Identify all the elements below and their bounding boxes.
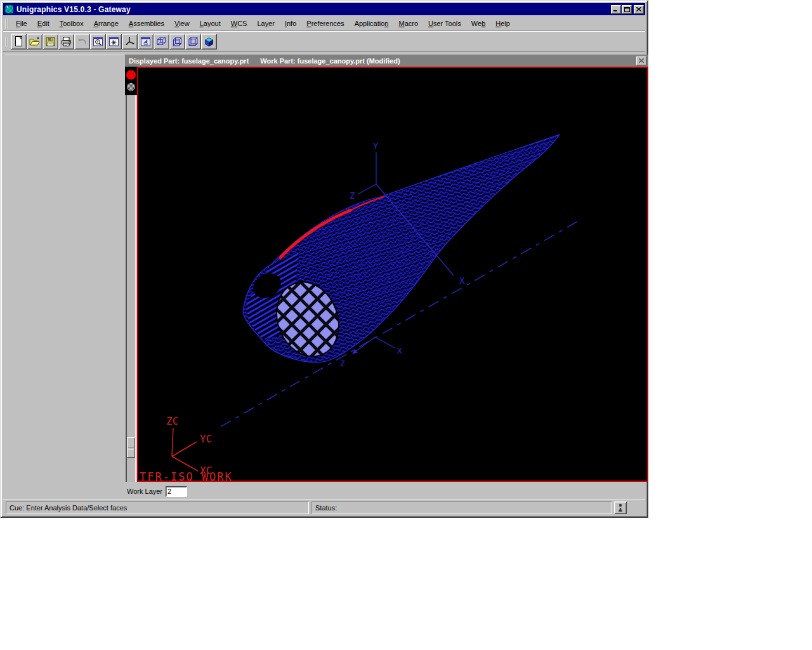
- view-caption: TFR-ISO WORK: [140, 470, 233, 481]
- cue-text: Cue: Enter Analysis Data/Select faces: [10, 504, 127, 512]
- new-part-button[interactable]: [11, 34, 27, 50]
- graphics-viewport[interactable]: Y Z X X Z ZC: [137, 67, 648, 482]
- status-info-button[interactable]: [614, 501, 627, 514]
- menu-item-file[interactable]: File: [11, 18, 32, 29]
- stop-light-icon[interactable]: [126, 70, 136, 80]
- undo-arrow-icon: [76, 36, 88, 48]
- maximize-button[interactable]: [622, 5, 632, 14]
- window-title: Unigraphics V15.0.3 - Gateway: [16, 5, 610, 14]
- status-bar: Cue: Enter Analysis Data/Select faces St…: [3, 500, 645, 515]
- open-folder-icon: [29, 36, 41, 48]
- window-titlebar[interactable]: Unigraphics V15.0.3 - Gateway: [3, 3, 645, 15]
- menu-item-arrange[interactable]: Arrange: [89, 18, 124, 29]
- axis-y-label: Y: [373, 141, 379, 151]
- menu-item-layout[interactable]: Layout: [195, 18, 226, 29]
- zoom-view-button[interactable]: [90, 34, 106, 50]
- save-part-button[interactable]: [43, 34, 58, 50]
- save-floppy-icon: [44, 36, 56, 48]
- status-panel: Status:: [311, 501, 612, 514]
- graphics-titlebar[interactable]: Displayed Part: fuselage_canopy.prt Work…: [125, 55, 648, 67]
- menubar-grip-icon[interactable]: [5, 18, 8, 29]
- wire-cube2-icon: [187, 36, 199, 48]
- open-part-button[interactable]: [27, 34, 43, 50]
- dither-light-icon[interactable]: [127, 83, 135, 91]
- minimize-button[interactable]: [611, 5, 621, 14]
- wcs-triad: [172, 428, 198, 471]
- new-document-icon: [13, 36, 25, 48]
- view-scrollbar[interactable]: [126, 95, 136, 482]
- menu-item-wcs[interactable]: WCS: [226, 18, 252, 29]
- fit-view-button[interactable]: [106, 34, 122, 50]
- stop-lightbox[interactable]: [125, 67, 137, 95]
- printer-icon: [60, 36, 72, 48]
- left-panel: [5, 55, 124, 499]
- double-cube-icon: [155, 36, 167, 48]
- menu-item-macro[interactable]: Macro: [393, 18, 423, 29]
- menu-item-application[interactable]: Application: [350, 18, 394, 29]
- work-part-label: Work Part: fuselage_canopy.prt (Modified…: [260, 57, 400, 65]
- cube-view-front-button[interactable]: [169, 34, 185, 50]
- menu-item-assemblies[interactable]: Assemblies: [124, 18, 169, 29]
- interrupt-strip: [125, 67, 137, 482]
- hand-window-icon: ☝: [140, 36, 152, 48]
- displayed-part-label: Displayed Part: fuselage_canopy.prt: [129, 57, 249, 65]
- scene-svg: Y Z X X Z ZC: [138, 68, 647, 481]
- fit-window-icon: [108, 36, 120, 48]
- toolbar: ☝: [3, 31, 645, 52]
- cue-panel: Cue: Enter Analysis Data/Select faces: [6, 501, 309, 514]
- zoom-window-icon: [92, 36, 104, 48]
- toolbar-grip-icon[interactable]: [5, 37, 8, 47]
- menu-item-view[interactable]: View: [169, 18, 195, 29]
- shaded-view-button[interactable]: [201, 34, 217, 50]
- menu-item-web[interactable]: Web: [466, 18, 490, 29]
- svg-text:☝: ☝: [143, 39, 148, 47]
- menu-item-preferences[interactable]: Preferences: [301, 18, 349, 29]
- lower-z-label: Z: [340, 359, 345, 368]
- graphics-window: Displayed Part: fuselage_canopy.prt Work…: [125, 55, 648, 482]
- layer-cube-button[interactable]: [154, 34, 169, 50]
- app-icon: [4, 4, 14, 14]
- close-button[interactable]: [634, 5, 644, 14]
- unigraphics-window: Unigraphics V15.0.3 - Gateway FileEditTo…: [0, 0, 648, 518]
- menu-item-layer[interactable]: Layer: [252, 18, 280, 29]
- wcs-yc-label: YC: [200, 433, 212, 445]
- scrollbar-thumb[interactable]: [127, 437, 135, 458]
- csys-axes-icon: [124, 36, 136, 48]
- menu-item-toolbox[interactable]: Toolbox: [55, 18, 89, 29]
- work-layer-label: Work Layer: [127, 488, 162, 495]
- shaded-cube-icon: [203, 36, 215, 48]
- menu-item-info[interactable]: Info: [280, 18, 301, 29]
- graphics-close-button[interactable]: [636, 56, 646, 65]
- work-layer-input[interactable]: [166, 486, 187, 497]
- menu-item-help[interactable]: Help: [490, 18, 515, 29]
- work-layer-row: Work Layer: [127, 485, 187, 498]
- wire-cube-icon: [171, 36, 183, 48]
- axis-x-label: X: [459, 275, 465, 286]
- orient-csys-button[interactable]: [122, 34, 138, 50]
- status-text: Status:: [315, 504, 337, 512]
- menu-item-user-tools[interactable]: User Tools: [423, 18, 466, 29]
- lower-x-label: X: [397, 346, 402, 355]
- menubar: FileEditToolboxArrangeAssembliesViewLayo…: [3, 17, 645, 30]
- wcs-zc-label: ZC: [166, 415, 178, 427]
- print-button[interactable]: [58, 34, 74, 50]
- undo-button[interactable]: [74, 34, 90, 50]
- menu-item-edit[interactable]: Edit: [32, 18, 55, 29]
- select-hand-button[interactable]: ☝: [138, 34, 154, 50]
- axis-z-label: Z: [350, 190, 355, 201]
- info-figure-icon: [617, 503, 624, 512]
- cube-view-side-button[interactable]: [185, 34, 201, 50]
